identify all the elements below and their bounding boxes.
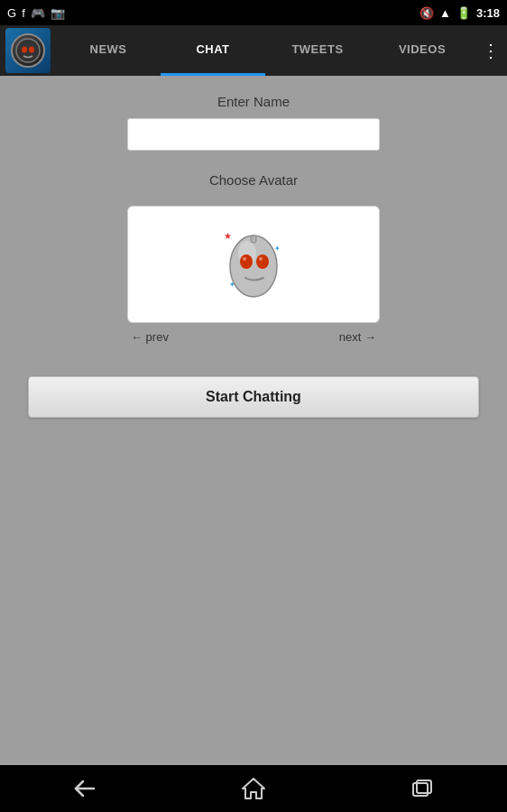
svg-point-2 — [29, 47, 34, 53]
svg-rect-12 — [251, 235, 256, 243]
svg-point-11 — [259, 257, 263, 261]
avatar-navigation: ← prev next → — [127, 330, 380, 344]
camera-icon: 📷 — [51, 6, 65, 20]
wifi-icon: ▲ — [439, 6, 451, 20]
start-chatting-button[interactable]: Start Chatting — [28, 376, 479, 418]
game-icon: 🎮 — [31, 6, 45, 20]
svg-point-0 — [16, 39, 40, 62]
overflow-menu-button[interactable]: ⋮ — [475, 40, 507, 61]
avatar-display: ★ ✦ ✦ — [127, 206, 380, 323]
clock: 3:18 — [476, 6, 500, 20]
prev-avatar-button[interactable]: ← prev — [131, 330, 169, 344]
start-chatting-label: Start Chatting — [206, 389, 301, 405]
svg-point-9 — [256, 254, 269, 269]
enter-name-label: Enter Name — [217, 94, 290, 109]
svg-text:★: ★ — [224, 231, 232, 241]
svg-text:✦: ✦ — [274, 245, 281, 253]
next-avatar-button[interactable]: next → — [339, 330, 376, 344]
svg-point-10 — [243, 257, 246, 261]
recent-apps-button[interactable] — [395, 765, 449, 812]
home-button[interactable] — [226, 765, 281, 812]
tab-videos[interactable]: VIDEOS — [370, 25, 475, 76]
status-bar: G f 🎮 📷 🔇 ▲ 🔋 3:18 — [0, 0, 507, 25]
tab-tweets[interactable]: TWEETS — [265, 25, 370, 76]
main-content: Enter Name Choose Avatar ★ ✦ ✦ — [0, 76, 507, 436]
status-icons-right: 🔇 ▲ 🔋 3:18 — [419, 6, 500, 20]
g-icon: G — [7, 6, 16, 20]
tab-chat[interactable]: CHAT — [161, 25, 265, 76]
svg-point-8 — [240, 254, 253, 269]
svg-point-1 — [22, 47, 27, 53]
name-input[interactable] — [127, 118, 380, 151]
tab-news[interactable]: NEWS — [56, 25, 161, 76]
mute-icon: 🔇 — [419, 6, 434, 20]
battery-icon: 🔋 — [456, 6, 471, 20]
robot-avatar-image: ★ ✦ ✦ — [213, 219, 294, 309]
bottom-nav-bar — [0, 765, 507, 812]
status-icons-left: G f 🎮 📷 — [7, 6, 65, 20]
nav-tabs: NEWS CHAT TWEETS VIDEOS — [56, 25, 475, 76]
back-button[interactable] — [58, 765, 112, 812]
choose-avatar-label: Choose Avatar — [209, 172, 298, 188]
app-logo — [5, 28, 51, 73]
svg-marker-14 — [243, 779, 264, 798]
logo-image — [11, 33, 45, 68]
avatar-section: Choose Avatar ★ ✦ ✦ — [0, 172, 507, 344]
facebook-icon: f — [22, 6, 25, 20]
app-bar: NEWS CHAT TWEETS VIDEOS ⋮ — [0, 25, 507, 76]
